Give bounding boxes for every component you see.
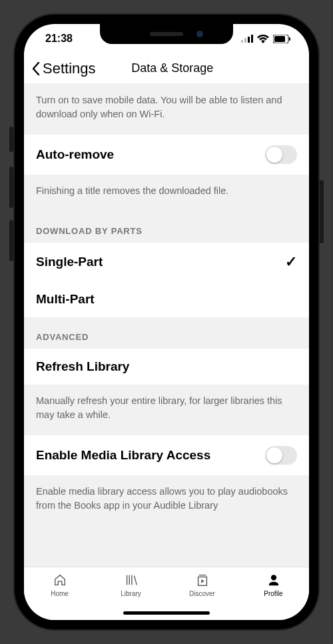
power-button: [320, 180, 324, 243]
wifi-icon: [257, 35, 269, 43]
download-by-parts-header: DOWNLOAD BY PARTS: [24, 211, 309, 243]
svg-rect-2: [248, 37, 250, 43]
tab-profile-label: Profile: [264, 590, 282, 597]
discover-icon: [195, 573, 210, 587]
advanced-header: ADVANCED: [24, 317, 309, 349]
tab-discover-label: Discover: [189, 590, 215, 597]
nav-bar: Settings Data & Storage: [24, 53, 309, 84]
battery-icon: [273, 35, 290, 43]
status-time: 21:38: [45, 33, 73, 45]
back-button[interactable]: Settings: [31, 60, 96, 77]
auto-remove-toggle[interactable]: [265, 145, 297, 164]
refresh-library-row[interactable]: Refresh Library: [24, 349, 309, 385]
svg-rect-3: [251, 35, 253, 43]
volume-up-button: [9, 167, 13, 208]
page-title: Data & Storage: [96, 61, 250, 75]
tab-home-label: Home: [51, 590, 69, 597]
media-library-toggle[interactable]: [265, 446, 297, 465]
multi-part-label: Multi-Part: [36, 292, 95, 307]
multi-part-row[interactable]: Multi-Part: [24, 281, 309, 317]
library-icon: [124, 573, 139, 587]
content[interactable]: Turn on to save mobile data. You will be…: [24, 84, 309, 567]
mute-switch: [9, 127, 13, 152]
media-library-description: Enable media library access allows you t…: [24, 475, 309, 526]
checkmark-icon: ✓: [285, 253, 297, 271]
chevron-left-icon: [31, 61, 41, 76]
svg-rect-5: [274, 36, 285, 42]
home-icon: [53, 573, 67, 587]
svg-rect-6: [289, 37, 290, 41]
svg-rect-1: [244, 38, 246, 43]
profile-icon: [266, 573, 281, 587]
single-part-label: Single-Part: [36, 255, 103, 269]
notch: [100, 24, 233, 44]
tab-profile[interactable]: Profile: [238, 573, 309, 620]
back-label: Settings: [43, 60, 96, 77]
wifi-only-description: Turn on to save mobile data. You will be…: [24, 84, 309, 135]
media-library-row[interactable]: Enable Media Library Access: [24, 435, 309, 475]
tab-home[interactable]: Home: [24, 573, 95, 620]
single-part-row[interactable]: Single-Part ✓: [24, 243, 309, 281]
svg-rect-0: [241, 40, 243, 43]
refresh-library-label: Refresh Library: [36, 359, 129, 374]
svg-point-9: [270, 575, 276, 580]
screen: 21:38 Settings Data & Storage Turn: [24, 24, 309, 620]
auto-remove-label: Auto-remove: [36, 147, 114, 162]
cellular-signal-icon: [241, 35, 253, 43]
media-library-label: Enable Media Library Access: [36, 448, 210, 463]
auto-remove-description: Finishing a title removes the downloaded…: [24, 175, 309, 211]
tab-library-label: Library: [121, 590, 141, 597]
phone-frame: 21:38 Settings Data & Storage Turn: [15, 15, 318, 629]
refresh-library-description: Manually refresh your entire library, fo…: [24, 385, 309, 435]
volume-down-button: [9, 220, 13, 261]
home-indicator[interactable]: [123, 611, 210, 615]
auto-remove-row[interactable]: Auto-remove: [24, 135, 309, 175]
